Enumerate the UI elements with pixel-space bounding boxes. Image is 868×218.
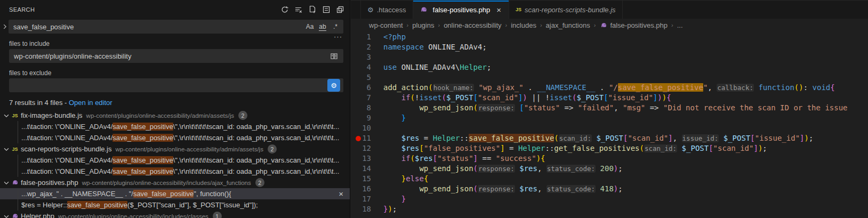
- breadcrumb-item[interactable]: plugins: [412, 21, 434, 29]
- match-row[interactable]: ...t\taction: \"ONLINE_ADAv4/save_false_…: [0, 166, 350, 177]
- gutter[interactable]: 18: [351, 204, 383, 214]
- code-line[interactable]: 8 wp_send_json(response: ["status" => "f…: [351, 103, 868, 113]
- gutter[interactable]: 11: [351, 133, 383, 143]
- code-line[interactable]: 4use ONLINE_ADAv4\Helper;: [351, 62, 868, 72]
- code-line[interactable]: 6add_action(hook_name: "wp_ajax_" . __NA…: [351, 83, 868, 93]
- code-line[interactable]: 3: [351, 52, 868, 62]
- tab-scan-reports-scripts-bundle-js[interactable]: JS scan-reports-scripts-bundle.js: [509, 1, 623, 19]
- open-in-editor-link[interactable]: Open in editor: [69, 99, 112, 107]
- js-file-icon: JS: [516, 7, 521, 12]
- line-number: 13: [351, 154, 371, 164]
- match-case-toggle[interactable]: Aa: [304, 21, 315, 32]
- results-count-text: 7 results in 4 files: [9, 99, 62, 107]
- chevron-down-icon[interactable]: [2, 145, 11, 154]
- code-token: ]: [753, 144, 758, 152]
- match-row[interactable]: $res = Helper::save_false_positive($_POS…: [0, 199, 350, 211]
- code-line[interactable]: 18});: [351, 204, 868, 214]
- breadcrumb-item[interactable]: ...: [677, 21, 683, 29]
- breadcrumb-item[interactable]: false-positives.php: [599, 21, 668, 29]
- match-row[interactable]: ...t\taction: \"ONLINE_ADAv4/save_false_…: [0, 155, 350, 166]
- dismiss-match-icon[interactable]: ×: [339, 188, 343, 199]
- tab-htaccess[interactable]: ⚙ .htaccess: [360, 1, 413, 19]
- gutter[interactable]: 13: [351, 154, 383, 164]
- match-prefix: ...t\taction: \"ONLINE_ADAv4/: [21, 156, 112, 164]
- match-prefix: ...t\taction: \"ONLINE_ADAv4/: [21, 167, 112, 175]
- line-number: 18: [351, 204, 371, 214]
- clear-search-results-icon[interactable]: [293, 4, 304, 15]
- code-token: ;: [618, 184, 622, 193]
- breadcrumb-separator: ›: [407, 22, 409, 28]
- gutter[interactable]: 8: [351, 103, 383, 113]
- code-token: response:: [478, 165, 515, 173]
- collapse-all-icon[interactable]: [321, 4, 332, 15]
- gutter[interactable]: 2: [351, 42, 383, 52]
- breadcrumb-item[interactable]: wp-content: [369, 21, 403, 29]
- use-exclude-settings-icon[interactable]: ⚙: [327, 79, 340, 92]
- code-token: function: [758, 83, 794, 92]
- code-token: ;: [809, 134, 813, 142]
- match-row[interactable]: ...t\taction: \"ONLINE_ADAv4/save_false_…: [0, 132, 350, 143]
- breadcrumb-item[interactable]: online-accessibility: [444, 21, 501, 29]
- code-line[interactable]: 2namespace ONLINE_ADAv4;: [351, 42, 868, 52]
- gutter[interactable]: 6: [351, 83, 383, 93]
- code-line[interactable]: 11 $res = Helper::save_false_positive(sc…: [351, 133, 868, 143]
- gutter[interactable]: 4: [351, 62, 383, 72]
- search-open-editors-icon[interactable]: [327, 50, 341, 62]
- gutter[interactable]: 3: [351, 52, 383, 62]
- files-to-include-input[interactable]: [14, 52, 327, 60]
- gutter[interactable]: 14: [351, 164, 383, 174]
- code-line[interactable]: 7 if(!isset($_POST["scan_id"]) || !isset…: [351, 93, 868, 103]
- code-editor[interactable]: 1<?php2namespace ONLINE_ADAv4;34use ONLI…: [351, 31, 868, 214]
- code-line[interactable]: 1<?php: [351, 32, 868, 42]
- code-line[interactable]: 16 wp_send_json(response: $res, status_c…: [351, 184, 868, 194]
- refresh-icon[interactable]: [279, 4, 290, 15]
- code-line[interactable]: 14 wp_send_json(response: $res, status_c…: [351, 164, 868, 174]
- search-row: Aa ab .*: [0, 20, 350, 34]
- code-line[interactable]: 13 if($res["status"] == "success"){: [351, 154, 868, 164]
- toggle-search-details[interactable]: ···: [334, 35, 342, 40]
- chevron-down-icon[interactable]: [2, 179, 11, 187]
- match-row[interactable]: ...t\taction: \"ONLINE_ADAv4/save_false_…: [0, 121, 350, 132]
- code-line[interactable]: 12 $res["false_positives"] = Helper::get…: [351, 143, 868, 154]
- gutter[interactable]: 16: [351, 184, 383, 194]
- files-to-exclude-input[interactable]: [14, 82, 327, 90]
- code-line[interactable]: 5: [351, 72, 868, 83]
- open-new-search-editor-icon[interactable]: [307, 4, 318, 15]
- tab-close-icon[interactable]: ×: [495, 6, 502, 14]
- gutter[interactable]: 12: [351, 143, 383, 154]
- view-as-tree-icon[interactable]: [335, 4, 345, 15]
- whole-word-toggle[interactable]: ab: [317, 21, 328, 32]
- file-row[interactable]: JSscan-reports-scripts-bundle.jswp-conte…: [0, 143, 350, 155]
- match-row[interactable]: ...wp_ajax_" . __NAMESPACE__ . "/save_fa…: [0, 188, 350, 199]
- gutter[interactable]: 9: [351, 113, 383, 123]
- gutter[interactable]: 1: [351, 32, 383, 42]
- file-row[interactable]: JSfix-images-bundle.jswp-content/plugins…: [0, 110, 350, 121]
- files-to-exclude-row: ⚙: [9, 78, 343, 92]
- code-line[interactable]: 17 }: [351, 194, 868, 204]
- file-row[interactable]: Helper.phpwp-content/plugins/online-acce…: [0, 211, 350, 218]
- gutter[interactable]: 15: [351, 174, 383, 184]
- file-row[interactable]: false-positives.phpwp-content/plugins/on…: [0, 177, 350, 188]
- gutter[interactable]: 17: [351, 194, 383, 204]
- code-token: {: [424, 174, 428, 183]
- gutter[interactable]: 7: [351, 93, 383, 103]
- breadcrumb-item[interactable]: ajax_functions: [546, 21, 590, 29]
- code-token: save_false_positive: [469, 134, 554, 142]
- expand-replace-chevron-icon[interactable]: [1, 20, 9, 33]
- chevron-down-icon[interactable]: [2, 111, 11, 120]
- gutter[interactable]: 10: [351, 123, 383, 133]
- breadcrumb-item[interactable]: includes: [511, 21, 536, 29]
- tab-false-positives-php[interactable]: false-positives.php ×: [413, 1, 509, 19]
- line-number: 9: [351, 113, 371, 123]
- breadcrumb-separator: ›: [671, 22, 673, 28]
- breakpoint-icon[interactable]: [356, 136, 361, 141]
- code-line[interactable]: 9 }: [351, 113, 868, 123]
- chevron-down-icon[interactable]: [2, 212, 11, 218]
- regex-toggle[interactable]: .*: [330, 21, 341, 32]
- code-token: wp_send_json: [419, 103, 473, 112]
- match-suffix: ($_POST["scan_id"], $_POST["issue_id"]);: [127, 201, 258, 209]
- code-line[interactable]: 10: [351, 123, 868, 133]
- code-line[interactable]: 15 }else{: [351, 174, 868, 184]
- search-input[interactable]: [13, 23, 304, 31]
- gutter[interactable]: 5: [351, 72, 383, 83]
